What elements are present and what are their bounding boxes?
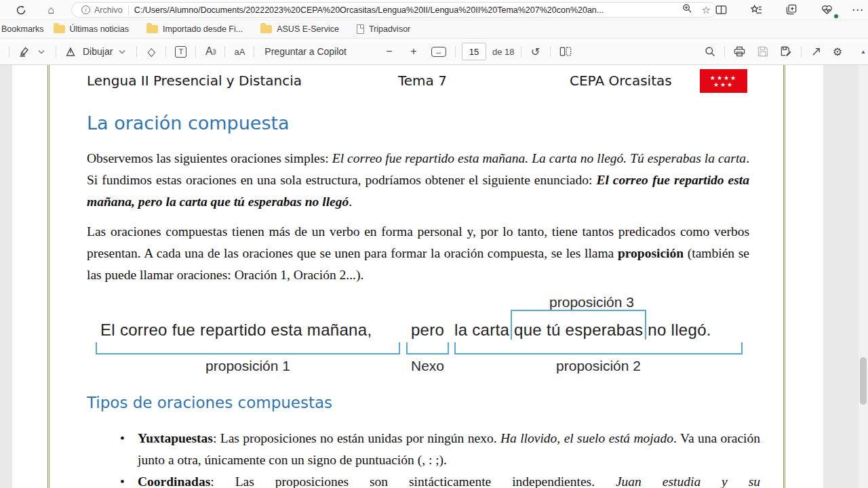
pdf-toolbar: Dibujar ◇ T A)) aA Preguntar (0, 39, 868, 65)
bookmarks-bar: Bookmarks Últimas noticias Importado des… (0, 20, 868, 39)
heading-la-oracion-compuesta: La oración compuesta (87, 113, 290, 134)
toolbar-separator (254, 46, 254, 58)
toolbar-separator (9, 46, 9, 58)
scrollbar-up-button[interactable]: ▲ (859, 39, 868, 65)
browser-essentials-icon (821, 5, 833, 15)
save-icon (757, 46, 768, 57)
translate-icon: aA (234, 47, 245, 57)
read-aloud-button[interactable]: A)) (202, 42, 218, 61)
zoom-in-button[interactable]: + (406, 42, 422, 61)
info-icon[interactable]: i (81, 5, 90, 14)
diagram-label-proposicion-1: proposición 1 (96, 358, 400, 374)
home-icon: ⌂ (47, 4, 54, 16)
url-text[interactable]: C:/Users/Alumno/Documents/20222023%20CEP… (134, 5, 677, 15)
page-border-left (47, 65, 50, 488)
rotate-button[interactable]: ↺ (528, 42, 544, 61)
collections-button[interactable] (781, 1, 802, 18)
diagram-sentence-part2: la carta que tú esperabas no llegó. (454, 321, 711, 340)
bookmark-folder-asus[interactable]: ASUS E-Service (260, 24, 339, 34)
bookmark-folder-ultimas-noticias[interactable]: Últimas noticias (54, 24, 130, 34)
bookmark-label: ASUS E-Service (277, 24, 339, 34)
address-bar[interactable]: i Archivo C:/Users/Alumno/Documents/2022… (71, 2, 717, 18)
print-icon (734, 46, 745, 57)
diagram-label-proposicion-3: proposición 3 (517, 294, 666, 310)
collections-icon (786, 4, 797, 15)
highlight-options-button[interactable] (33, 42, 50, 61)
file-scheme-label: Archivo (94, 5, 123, 15)
folder-icon (146, 25, 158, 33)
fit-to-width-button[interactable]: ↔ (429, 42, 449, 61)
translate-button[interactable]: aA (231, 42, 248, 61)
heading-tipos-de-oraciones: Tipos de oraciones compuestas (87, 394, 332, 411)
proposicion-3-box: que tú esperabas (514, 321, 643, 340)
add-text-icon: T (175, 46, 186, 58)
zoom-out-button[interactable]: − (381, 42, 397, 61)
home-button[interactable]: ⌂ (41, 2, 61, 18)
toolbar-separator (136, 46, 137, 58)
split-screen-button[interactable] (711, 1, 731, 18)
diagram-label-nexo: Nexo (406, 358, 449, 374)
fit-width-icon: ↔ (431, 47, 446, 57)
paragraph-intro: Observemos las siguientes oraciones simp… (87, 148, 749, 213)
bookmark-tripadvisor[interactable]: Tripadvisor (357, 24, 410, 34)
highlight-button[interactable] (16, 42, 33, 61)
browser-toolbar: ⌂ i Archivo C:/Users/Alumno/Documents/20… (0, 0, 868, 20)
toolbar-separator (550, 46, 551, 58)
ask-copilot-button[interactable]: Preguntar a Copilot (264, 46, 347, 57)
more-menu-button[interactable]: ⋯ (852, 3, 864, 17)
pen-nib-icon (65, 47, 76, 57)
diagram-sentence-nexo: pero (406, 321, 449, 340)
paragraph-definition: Las oraciones compuestas tienen más de u… (87, 221, 749, 286)
bracket-proposicion-2 (454, 342, 743, 354)
favorites-list-button[interactable] (746, 1, 766, 18)
diagram-label-proposicion-2: proposición 2 (454, 358, 743, 374)
scroll-up-icon: ▲ (861, 49, 866, 55)
bullet-icon: • (120, 471, 125, 488)
refresh-icon (16, 5, 26, 16)
scrollbar-thumb[interactable] (860, 357, 867, 405)
page-view-button[interactable] (557, 42, 574, 61)
toolbar-separator (801, 46, 802, 58)
pdf-viewer[interactable]: Lengua II Presencial y Distancia Tema 7 … (0, 65, 868, 488)
browser-essentials-button[interactable] (816, 1, 837, 18)
browser-window: ⌂ i Archivo C:/Users/Alumno/Documents/20… (0, 0, 868, 488)
vertical-scrollbar[interactable]: ▲ (859, 39, 868, 488)
draw-options-button[interactable] (114, 42, 130, 61)
highlighter-icon (18, 45, 31, 58)
bookmark-label: Tripadvisor (369, 24, 410, 34)
bracket-proposicion-1 (96, 342, 400, 354)
settings-button[interactable]: ⚙ (829, 42, 846, 61)
diagram-sentence-part1: El correo fue repartido esta mañana, (100, 321, 372, 340)
page-view-icon (559, 46, 572, 57)
flag-stars-row1: ★★★★ (710, 75, 737, 81)
essentials-status-dot (833, 14, 839, 19)
page-number-input[interactable] (462, 43, 486, 60)
eraser-icon: ◇ (148, 45, 156, 59)
search-document-button[interactable] (702, 42, 718, 61)
draw-label[interactable]: Dibujar (83, 46, 113, 57)
bookmark-folder-importado[interactable]: Importado desde Fi... (146, 24, 243, 34)
chevron-down-icon (119, 49, 125, 54)
draw-button[interactable] (62, 42, 79, 61)
bracket-nexo (406, 342, 449, 354)
save-as-icon (781, 46, 792, 58)
read-aloud-icon: A (205, 45, 213, 58)
favorite-star-icon[interactable]: ☆ (702, 4, 711, 16)
fullscreen-button[interactable] (808, 42, 824, 61)
page-border-right (783, 65, 785, 488)
erase-button[interactable]: ◇ (143, 42, 159, 61)
add-text-button[interactable]: T (172, 42, 189, 61)
document-page: Lengua II Presencial y Distancia Tema 7 … (12, 65, 823, 488)
zoom-indicator-button[interactable] (682, 3, 692, 16)
toolbar-separator (195, 46, 196, 58)
address-divider (128, 5, 129, 15)
bookmarks-label: Bookmarks (1, 24, 44, 34)
toolbar-separator (455, 46, 456, 58)
madrid-flag-logo: ★★★★ ★★★ (700, 69, 747, 93)
print-button[interactable] (731, 42, 748, 61)
bookmark-label: Últimas noticias (70, 24, 130, 34)
refresh-button[interactable] (11, 2, 31, 18)
page-count-label: de 18 (492, 47, 515, 57)
toolbar-separator (521, 46, 521, 58)
save-as-button[interactable] (778, 42, 795, 61)
